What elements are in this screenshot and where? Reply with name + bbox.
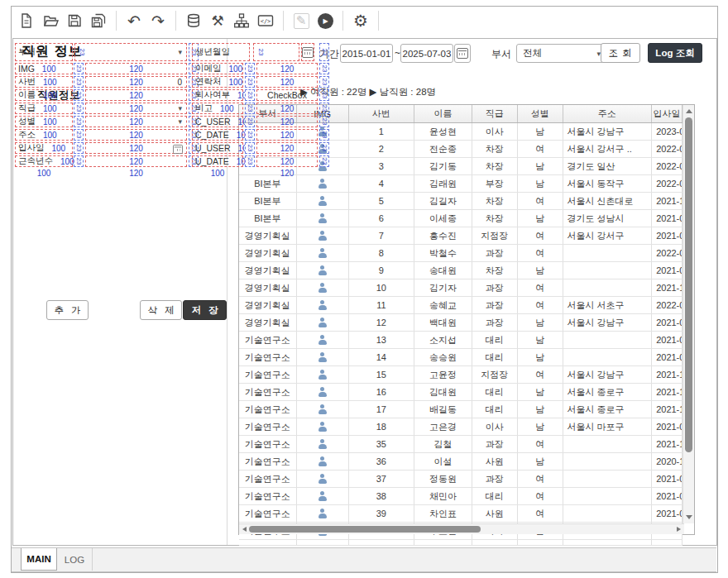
table-row[interactable]: 경영기획실11송혜교과장여서울시 서초구2022-0.. bbox=[239, 297, 682, 314]
dept-select-value: 전체 bbox=[523, 47, 542, 60]
table-row[interactable]: 기술연구소15고윤정지점장여서울시 강남구2021-1.. bbox=[239, 366, 682, 384]
tab-log[interactable]: LOG bbox=[57, 548, 93, 571]
table-cell bbox=[518, 540, 563, 545]
table-cell bbox=[239, 540, 297, 545]
grid-column-header[interactable]: 사번 bbox=[349, 105, 415, 122]
table-cell: 남 bbox=[518, 314, 563, 331]
settings-icon[interactable]: ⚙ bbox=[351, 11, 371, 31]
table-cell: 지점장 bbox=[472, 366, 518, 383]
table-row[interactable]: BI본부5김길자차장여서울시 신촌대로2021-1.. bbox=[239, 193, 682, 210]
date-from-input[interactable]: 2015-01-01 bbox=[340, 44, 393, 63]
person-icon bbox=[318, 474, 328, 484]
undo-icon[interactable]: ↶ bbox=[124, 11, 144, 31]
grid-column-header[interactable]: 이름 bbox=[414, 105, 472, 122]
vertical-scrollbar[interactable] bbox=[682, 105, 694, 523]
table-row[interactable]: 기술연구소16김대원대리남서울시 종로구2021-1.. bbox=[239, 384, 682, 401]
table-row[interactable]: 기술연구소38채민아대리여2021-0.. bbox=[239, 488, 682, 505]
horizontal-scrollbar[interactable] bbox=[239, 523, 684, 534]
table-cell: 김기자 bbox=[414, 279, 472, 296]
table-cell: 차장 bbox=[472, 210, 518, 227]
date-to-input[interactable]: 2025-07-03 bbox=[400, 44, 453, 63]
save-button[interactable]: 저 장 bbox=[183, 300, 227, 320]
table-cell: 2 bbox=[349, 141, 415, 157]
svg-text:</>: </> bbox=[261, 18, 271, 25]
table-cell: 이세종 bbox=[414, 210, 472, 227]
bottom-tabbar: MAIN LOG bbox=[12, 547, 716, 572]
table-row[interactable]: 경영기획실7홍수진지점장여서울시 강서구2021-0.. bbox=[239, 227, 682, 245]
grid-column-header[interactable]: 입사일 bbox=[652, 105, 682, 122]
grid-column-header[interactable]: 주소 bbox=[563, 105, 653, 122]
table-cell: 39 bbox=[349, 505, 415, 522]
table-row[interactable]: BI본부4김래원부장남서울시 동작구2022-0.. bbox=[239, 175, 682, 193]
table-row[interactable]: 경영기획실10김기자과장여2021-1.. bbox=[239, 279, 682, 297]
database-icon[interactable] bbox=[184, 11, 204, 31]
scroll-up-icon[interactable] bbox=[686, 109, 692, 113]
sitemap-icon[interactable] bbox=[232, 11, 251, 31]
grid-column-header[interactable]: 직급 bbox=[472, 105, 518, 122]
table-row[interactable]: 기술연구소39차인표사원여2021-0.. bbox=[239, 505, 682, 523]
table-row[interactable]: 경영기획실8박철수과장여2022-0.. bbox=[239, 245, 682, 262]
table-row[interactable]: 기술연구소18고은경이사남서울시 마포구2021-0.. bbox=[239, 418, 682, 436]
table-cell: 기술연구소 bbox=[239, 488, 297, 504]
table-cell: 차장 bbox=[472, 193, 518, 209]
grid-column-header[interactable]: 성별 bbox=[518, 105, 563, 122]
table-cell: 사원 bbox=[472, 453, 518, 470]
table-row[interactable]: 기술연구소36이설사원남2020-1.. bbox=[239, 453, 682, 471]
add-button[interactable]: 추 가 bbox=[46, 300, 89, 320]
table-row[interactable]: 기술연구소17배길동대리남서울시 종로구2021-1.. bbox=[239, 401, 682, 418]
table-row[interactable]: BI본부6이세종차장남경기도 성남시2021-0.. bbox=[239, 210, 682, 227]
table-cell: 차장 bbox=[472, 141, 518, 157]
table-row[interactable]: 기술연구소35김철과장여2021-1.. bbox=[239, 436, 682, 453]
calendar-button[interactable] bbox=[454, 44, 471, 63]
table-row[interactable]: 2전순종차장여서울시 강서구 ..2022-0.. bbox=[239, 141, 682, 158]
photo-cell bbox=[297, 193, 349, 209]
table-cell: 2021-0.. bbox=[652, 349, 682, 365]
new-document-icon[interactable] bbox=[17, 11, 36, 31]
scroll-left-icon[interactable] bbox=[242, 527, 247, 532]
delete-button[interactable]: 삭 제 bbox=[140, 300, 182, 320]
scroll-down-icon[interactable] bbox=[686, 515, 692, 519]
photo-cell bbox=[297, 332, 349, 348]
save-icon[interactable] bbox=[65, 11, 84, 31]
table-row[interactable]: 경영기획실12백대원과장남서울시 강남구2021-0.. bbox=[239, 314, 682, 332]
run-icon[interactable]: ▶ bbox=[315, 11, 335, 31]
search-button[interactable]: 조 회 bbox=[601, 43, 640, 63]
grid-column-header[interactable]: IMG bbox=[297, 105, 349, 122]
table-cell: BI본부 bbox=[239, 210, 297, 227]
table-cell bbox=[563, 488, 653, 504]
table-cell: 기술연구소 bbox=[239, 349, 297, 365]
grid-column-header[interactable]: 부서 bbox=[239, 105, 297, 122]
edit-icon[interactable]: ✎ bbox=[291, 11, 311, 31]
table-cell: 12 bbox=[349, 314, 415, 331]
table-row[interactable]: 기술연구소13소지섭대리남2021-0.. bbox=[239, 332, 682, 349]
person-icon bbox=[318, 370, 328, 380]
table-cell: 기술연구소 bbox=[239, 436, 297, 452]
open-folder-icon[interactable] bbox=[41, 11, 60, 31]
log-search-button[interactable]: Log 조회 bbox=[648, 43, 702, 63]
table-row[interactable]: 경영기획실9송대원차장남2021-0.. bbox=[239, 262, 682, 279]
table-row[interactable]: 1윤성현이사남서울시 강남구2023-0.. bbox=[239, 123, 682, 141]
tab-main[interactable]: MAIN bbox=[21, 548, 57, 571]
scroll-right-icon[interactable] bbox=[677, 527, 681, 532]
table-row[interactable]: 기술연구소14송승원대리남2021-0.. bbox=[239, 349, 682, 366]
redo-icon[interactable]: ↷ bbox=[148, 11, 168, 31]
code-view-icon[interactable]: </> bbox=[256, 11, 275, 31]
person-icon bbox=[318, 300, 328, 310]
table-cell bbox=[349, 540, 415, 545]
tools-icon[interactable]: ⚒ bbox=[208, 11, 228, 31]
table-cell bbox=[472, 540, 518, 545]
photo-cell bbox=[297, 488, 349, 504]
table-cell: 2021-0.. bbox=[652, 471, 682, 487]
table-row[interactable]: 기술연구소37정동원과장여2021-0.. bbox=[239, 471, 682, 488]
calendar-icon bbox=[457, 48, 468, 59]
table-cell: 2022-0.. bbox=[652, 245, 682, 261]
horizontal-scroll-thumb[interactable] bbox=[249, 526, 481, 533]
photo-cell bbox=[297, 210, 349, 227]
dept-select[interactable]: 전체 ▾ bbox=[516, 44, 606, 63]
person-icon bbox=[318, 352, 328, 362]
table-cell: 2021-0.. bbox=[652, 418, 682, 435]
save-all-icon[interactable] bbox=[89, 11, 108, 31]
table-cell: BI본부 bbox=[239, 193, 297, 209]
table-row[interactable]: 3김기동차장남경기도 일산2022-0.. bbox=[239, 158, 682, 175]
vertical-scroll-thumb[interactable] bbox=[685, 117, 692, 452]
